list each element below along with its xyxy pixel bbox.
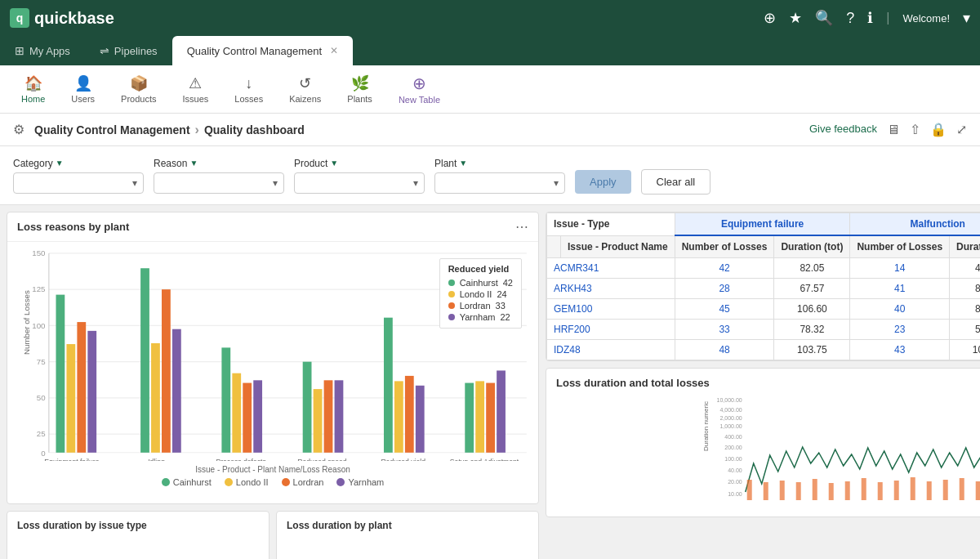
legend-cainhurst-label: Cainhurst (173, 477, 212, 487)
nav-home[interactable]: 🏠 Home (10, 69, 56, 109)
expand-icon[interactable]: ⤢ (956, 122, 967, 137)
svg-text:25: 25 (37, 429, 46, 438)
category-filter-icon: ▼ (56, 159, 64, 168)
svg-text:125: 125 (32, 284, 45, 293)
row-gem100-ef-dur: 106.60 (774, 299, 850, 320)
tab-close-icon[interactable]: ✕ (330, 45, 338, 56)
svg-rect-21 (140, 268, 149, 453)
tab-qcm[interactable]: Quality Control Management ✕ (172, 36, 353, 65)
pipelines-icon: ⇌ (100, 44, 109, 57)
nav-plants[interactable]: 🌿 Plants (336, 69, 384, 109)
svg-text:200.00: 200.00 (724, 445, 742, 450)
star-icon[interactable]: ★ (789, 9, 802, 27)
svg-text:10,000.00: 10,000.00 (717, 397, 742, 403)
svg-text:40.00: 40.00 (728, 467, 742, 473)
svg-text:1,000.00: 1,000.00 (719, 423, 742, 429)
lock-icon[interactable]: 🔒 (930, 122, 947, 137)
loss-duration-total-card: Loss duration and total losses 10,000.00… (546, 368, 980, 517)
nav-issues[interactable]: ⚠ Issues (172, 69, 220, 109)
row-arkh43-product[interactable]: ARKH43 (547, 279, 675, 299)
tab-my-apps[interactable]: ⊞ My Apps (0, 36, 85, 65)
legend-yarnham-dot (336, 478, 345, 486)
lordran-value: 33 (496, 301, 506, 311)
cainhurst-value: 42 (503, 278, 513, 288)
lordran-dot (448, 302, 455, 309)
chart-menu-button[interactable]: ⋯ (515, 219, 528, 235)
info-icon[interactable]: ℹ (867, 9, 873, 27)
apply-button[interactable]: Apply (575, 170, 631, 194)
loss-duration-total-title: Loss duration and total losses (556, 377, 980, 389)
nav-losses[interactable]: ↓ Losses (223, 70, 274, 109)
product-filter: Product ▼ (294, 158, 425, 194)
reason-select-wrapper (154, 172, 284, 194)
ef-dur-sub: Duration (tot) (774, 235, 850, 258)
table-body: ACMR341 42 82.05 14 41.44 17 54.31 ARKH4… (547, 258, 981, 360)
breadcrumb-parent[interactable]: Quality Control Management (34, 123, 190, 136)
svg-rect-31 (303, 362, 312, 453)
tab-pipelines[interactable]: ⇌ Pipelines (85, 36, 172, 65)
row-arkh43-mal-dur: 84.43 (950, 279, 980, 299)
londo-dot (448, 291, 455, 297)
plant-select[interactable] (434, 172, 565, 194)
row-idz48-product[interactable]: IDZ48 (547, 340, 675, 360)
nav-issues-label: Issues (183, 94, 209, 104)
legend-londo-label: Londo II (236, 477, 269, 487)
row-gem100-product[interactable]: GEM100 (547, 299, 675, 320)
reason-filter-icon: ▼ (189, 159, 198, 168)
svg-rect-17 (66, 344, 75, 453)
svg-rect-71 (911, 477, 915, 500)
svg-rect-22 (151, 343, 160, 453)
give-feedback-button[interactable]: Give feedback (809, 123, 877, 136)
loss-chart-area: 10,000.00 4,000.00 2,000.00 1,000.00 400… (556, 394, 980, 508)
row-arkh43-ef-dur: 67.57 (774, 279, 850, 299)
category-select[interactable] (13, 172, 144, 194)
svg-text:100.00: 100.00 (724, 456, 742, 462)
londo-value: 24 (497, 289, 506, 299)
legend-cainhurst-dot (162, 478, 170, 486)
nav-products[interactable]: 📦 Products (109, 69, 167, 109)
my-apps-icon: ⊞ (15, 44, 24, 57)
tooltip-title: Reduced yield (448, 264, 513, 274)
loss-reasons-chart-card: Loss reasons by plant ⋯ Reduced yield Ca… (7, 212, 539, 504)
left-panel: Loss reasons by plant ⋯ Reduced yield Ca… (0, 205, 546, 559)
reason-select[interactable] (154, 172, 284, 194)
gear-button[interactable]: ⚙ (13, 122, 24, 137)
svg-text:Number of Losses: Number of Losses (22, 290, 31, 355)
monitor-icon[interactable]: 🖥 (887, 123, 900, 137)
breadcrumb: Quality Control Management › Quality das… (34, 123, 809, 137)
lordran-label: Lordran (460, 301, 491, 311)
nav-users[interactable]: 👤 Users (60, 69, 106, 109)
cainhurst-dot (448, 280, 455, 286)
svg-rect-62 (764, 482, 768, 500)
tooltip-row-yarnham: Yarnham 22 (448, 311, 513, 323)
tooltip-row-lordran: Lordran 33 (448, 300, 513, 311)
row-gem100-mal-num: 40 (850, 299, 950, 320)
search-icon[interactable]: 🔍 (815, 9, 833, 27)
clear-all-button[interactable]: Clear all (641, 169, 711, 195)
question-icon[interactable]: ? (846, 10, 854, 27)
legend-lordran: Lordran (282, 477, 324, 487)
row-hrf200-product[interactable]: HRF200 (547, 320, 675, 340)
ef-num-sub: Number of Losses (675, 235, 774, 258)
nav-new-table[interactable]: ⊕ New Table (387, 69, 452, 110)
nav-kaizens[interactable]: ↺ Kaizens (278, 69, 332, 109)
product-select[interactable] (294, 172, 425, 194)
table-sub-header-row: Issue - Product Name Number of Losses Du… (547, 235, 981, 258)
chart-title: Loss reasons by plant (17, 221, 129, 233)
chart-tooltip: Reduced yield Cainhurst 42 Londo II 24 L… (439, 258, 522, 329)
home-icon: 🏠 (24, 74, 42, 92)
welcome-dropdown-arrow[interactable]: ▾ (963, 9, 970, 27)
svg-rect-65 (813, 479, 817, 500)
tooltip-row-londo: Londo II 24 (448, 288, 513, 300)
legend-cainhurst: Cainhurst (162, 477, 212, 487)
svg-text:75: 75 (37, 357, 46, 366)
filters-bar: Category ▼ Reason ▼ Product ▼ (0, 146, 980, 205)
svg-text:10.00: 10.00 (728, 491, 742, 497)
svg-text:400.00: 400.00 (724, 434, 742, 440)
row-acmr341-product[interactable]: ACMR341 (547, 258, 675, 279)
plus-icon[interactable]: ⊕ (764, 9, 776, 27)
svg-rect-33 (324, 380, 333, 453)
welcome-text[interactable]: Welcome! (902, 12, 950, 25)
share-icon[interactable]: ⇧ (910, 122, 920, 137)
users-icon: 👤 (74, 74, 92, 92)
